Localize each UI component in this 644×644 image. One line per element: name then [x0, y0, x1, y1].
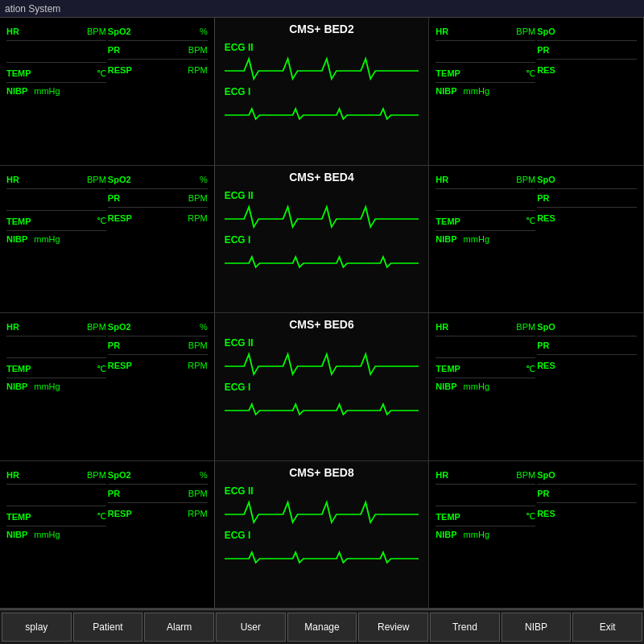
hr-label: HR [6, 27, 19, 36]
ecg2-label-1: ECG II [225, 42, 419, 53]
bed6-center-panel: CMS+ BED6 ECG II ECG I [215, 313, 430, 460]
row-2: HR BPM TEMP ℃ NIBP mmHg [0, 166, 644, 314]
ecg8-wave-1 [225, 498, 419, 526]
bed3-panel: HR BPM TEMP ℃ NIBP mmHg [0, 166, 215, 313]
temp-label: TEMP [6, 68, 31, 78]
bed2-center-panel: CMS+ BED2 ECG II ECG I [215, 18, 430, 165]
bed4-center-panel: CMS+ BED4 ECG II ECG I [215, 166, 430, 313]
nibp-label: NIBP [6, 86, 27, 96]
patient-button[interactable]: Patient [73, 613, 143, 642]
bed8r-panel: HR BPM TEMP ℃ NIBP mmHg [429, 461, 644, 609]
user-button[interactable]: User [216, 613, 286, 642]
ecg6-label-1: ECG II [225, 337, 419, 349]
ecg4-label-1: ECG II [225, 190, 419, 201]
bed8-center-panel: CMS+ BED8 ECG II ECG I [215, 461, 430, 609]
review-button[interactable]: Review [358, 613, 428, 642]
bed4r-panel: HR BPM TEMP ℃ NIBP mmHg [429, 166, 644, 313]
spo2-unit: % [200, 27, 208, 36]
spo2-label: SpO2 [108, 27, 131, 36]
temp-unit: ℃ [97, 68, 106, 79]
bed6-title: CMS+ BED6 [221, 318, 423, 331]
ecg8-wave-2 [225, 543, 419, 571]
ecg6-wave-2 [225, 394, 419, 423]
bed2-title: CMS+ BED2 [221, 23, 423, 35]
bed2r-panel: HR BPM TEMP ℃ NIBP mmHg [429, 18, 644, 165]
row-3: HR BPM TEMP ℃ NIBP mmHg [0, 313, 644, 461]
bed1-panel: HR BPM TEMP ℃ NIBP mmHg [0, 18, 215, 165]
bed8-title: CMS+ BED8 [221, 466, 423, 479]
hr-label-r1: HR [436, 27, 448, 36]
ecg6-label-2: ECG I [225, 382, 419, 393]
nibp-button[interactable]: NIBP [502, 613, 572, 642]
ecg4-label-2: ECG I [225, 234, 419, 246]
ecg8-label-1: ECG II [225, 485, 419, 497]
ecg2-label-2: ECG I [225, 86, 419, 97]
resp-label: RESP [108, 65, 132, 75]
bottom-bar: splay Patient Alarm User Manage Review T… [0, 609, 644, 644]
bed6r-panel: HR BPM TEMP ℃ NIBP mmHg [429, 313, 644, 460]
exit-button[interactable]: Exit [572, 613, 642, 642]
ecg4-wave-1 [225, 203, 419, 231]
row-1: HR BPM TEMP ℃ NIBP mmHg [0, 18, 644, 166]
ecg6-wave-1 [225, 350, 419, 378]
ecg4-wave-2 [225, 247, 419, 275]
nibp-unit: mmHg [34, 86, 60, 96]
ecg8-label-2: ECG I [225, 530, 419, 541]
title-text: ation System [5, 3, 60, 14]
row-4: HR BPM TEMP ℃ NIBP mmHg [0, 461, 644, 609]
trend-button[interactable]: Trend [430, 613, 500, 642]
pr-unit: BPM [188, 45, 208, 55]
bed5-panel: HR BPM TEMP ℃ NIBP mmHg [0, 313, 215, 460]
resp-unit: RPM [188, 65, 207, 75]
ecg2-wave-1 [225, 55, 419, 83]
hr-unit: BPM [87, 27, 106, 36]
title-bar: ation System [0, 0, 644, 18]
display-button[interactable]: splay [2, 613, 72, 642]
bed7-panel: HR BPM TEMP ℃ NIBP mmHg [0, 461, 215, 609]
bed4-title: CMS+ BED4 [221, 171, 423, 184]
pr-label: PR [108, 45, 120, 55]
manage-button[interactable]: Manage [287, 613, 357, 642]
ecg2-wave-2 [225, 99, 419, 127]
alarm-button[interactable]: Alarm [144, 613, 214, 642]
main-grid: HR BPM TEMP ℃ NIBP mmHg [0, 18, 644, 609]
